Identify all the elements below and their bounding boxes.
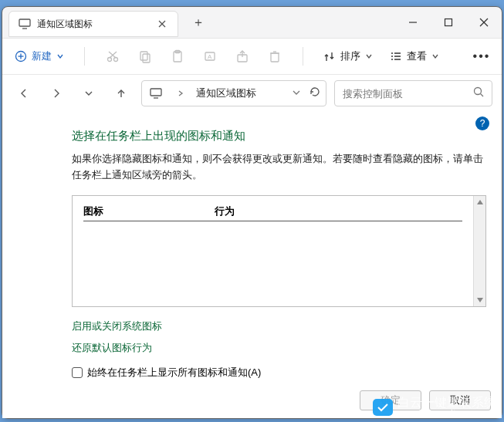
always-show-label[interactable]: 始终在任务栏上显示所有图标和通知(A)	[87, 366, 261, 380]
sort-button[interactable]: 排序	[323, 49, 373, 63]
svg-point-11	[108, 58, 112, 62]
toolbar-divider	[303, 47, 303, 66]
link-system-icons[interactable]: 启用或关闭系统图标	[72, 319, 486, 333]
navigation-bar: 通知区域图标	[2, 75, 502, 112]
watermark-logo-icon	[373, 399, 393, 416]
svg-line-34	[481, 94, 484, 97]
tab-strip-actions: ＋	[192, 15, 205, 31]
links-section: 启用或关闭系统图标 还原默认图标行为	[72, 319, 486, 355]
delete-icon[interactable]	[267, 49, 282, 64]
scroll-up-icon[interactable]	[475, 197, 485, 207]
svg-rect-5	[445, 19, 452, 26]
more-button[interactable]: •••	[474, 49, 489, 64]
up-button[interactable]	[109, 81, 134, 106]
address-location[interactable]: 通知区域图标	[196, 86, 256, 100]
minimize-button[interactable]	[395, 8, 431, 36]
search-icon[interactable]	[472, 86, 485, 101]
table-header-row: 图标 行为	[83, 205, 462, 221]
rename-icon[interactable]: A	[202, 49, 218, 64]
page-heading: 选择在任务栏上出现的图标和通知	[72, 129, 486, 143]
title-bar: 通知区域图标 ＋	[2, 7, 502, 38]
chevron-down-icon	[365, 52, 373, 60]
column-header-icon: 图标	[83, 205, 215, 218]
copy-icon[interactable]	[137, 49, 153, 64]
monitor-icon	[147, 84, 165, 103]
svg-line-13	[109, 52, 116, 58]
svg-rect-22	[271, 53, 279, 62]
new-tab-button[interactable]: ＋	[192, 15, 205, 31]
maximize-button[interactable]	[431, 8, 466, 36]
svg-marker-36	[477, 298, 483, 302]
tab-close-button[interactable]	[156, 18, 168, 30]
application-window: 通知区域图标 ＋ 新建 A	[2, 6, 502, 419]
scroll-down-icon[interactable]	[475, 295, 485, 305]
tab-title: 通知区域图标	[37, 18, 93, 31]
always-show-row: 始终在任务栏上显示所有图标和通知(A)	[72, 366, 486, 380]
back-button[interactable]	[12, 81, 36, 106]
view-label: 查看	[407, 49, 427, 63]
svg-rect-16	[143, 54, 150, 62]
command-toolbar: 新建 A 排序 查看 •••	[2, 38, 502, 75]
monitor-icon	[19, 19, 31, 29]
svg-point-12	[114, 58, 118, 62]
always-show-checkbox[interactable]	[72, 367, 83, 378]
column-header-behavior: 行为	[215, 205, 235, 218]
content-area: ? 选择在任务栏上出现的图标和通知 如果你选择隐藏图标和通知，则不会获得更改或更…	[2, 112, 502, 383]
svg-text:A: A	[208, 53, 212, 60]
close-window-button[interactable]	[466, 8, 502, 36]
svg-rect-0	[19, 19, 30, 26]
view-icon	[390, 50, 402, 62]
address-bar[interactable]: 通知区域图标	[141, 80, 326, 106]
refresh-button[interactable]	[309, 86, 321, 101]
chevron-down-icon	[431, 52, 439, 60]
sort-label: 排序	[340, 49, 360, 63]
window-controls	[395, 8, 502, 36]
cut-icon[interactable]	[105, 49, 120, 64]
help-icon[interactable]: ?	[475, 116, 489, 130]
chevron-right-icon[interactable]	[171, 84, 190, 103]
forward-button[interactable]	[44, 81, 69, 106]
link-restore-defaults[interactable]: 还原默认图标行为	[72, 341, 486, 355]
svg-marker-35	[477, 200, 483, 204]
new-button-label: 新建	[32, 49, 52, 63]
toolbar-divider	[84, 47, 85, 66]
watermark-text: 白云一键重装系统	[397, 397, 496, 409]
page-description: 如果你选择隐藏图标和通知，则不会获得更改或更新通知。若要随时查看隐藏的图标，请单…	[72, 151, 486, 184]
view-button[interactable]: 查看	[390, 49, 439, 63]
scrollbar[interactable]	[473, 196, 485, 306]
watermark-sub: www.baiyunxitong.com	[397, 409, 496, 417]
svg-line-14	[110, 52, 117, 58]
address-dropdown-icon[interactable]	[292, 86, 301, 100]
share-icon[interactable]	[235, 49, 250, 64]
svg-rect-15	[140, 52, 147, 60]
active-tab[interactable]: 通知区域图标	[8, 11, 178, 37]
search-input[interactable]	[343, 88, 472, 100]
svg-rect-31	[151, 89, 161, 96]
watermark: 白云一键重装系统 www.baiyunxitong.com	[373, 397, 496, 417]
paste-icon[interactable]	[170, 49, 185, 64]
icon-behavior-table: 图标 行为	[72, 195, 486, 307]
svg-point-33	[475, 88, 482, 95]
recent-button[interactable]	[76, 81, 101, 106]
new-button[interactable]: 新建	[15, 49, 64, 63]
chevron-down-icon	[56, 52, 64, 60]
sort-icon	[323, 50, 336, 62]
search-box[interactable]	[334, 80, 492, 106]
